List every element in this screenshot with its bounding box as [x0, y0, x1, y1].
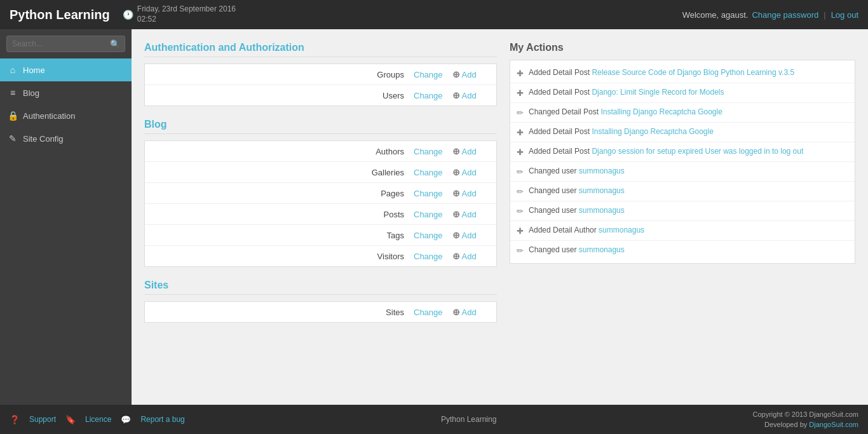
footer-right: Copyright © 2013 DjangoSuit.com Develope…: [753, 409, 858, 430]
actions-list: ✚ Added Detail Post Release Source Code …: [510, 60, 855, 264]
model-name-pages: Pages: [151, 189, 414, 198]
action-link[interactable]: Release Source Code of Django Blog Pytho…: [592, 68, 794, 77]
log-out-link[interactable]: Log out: [831, 10, 858, 20]
sidebar-item-home-label: Home: [23, 65, 45, 75]
sites-add-link[interactable]: Add: [462, 308, 477, 317]
visitors-add-link[interactable]: Add: [462, 252, 477, 261]
galleries-change-link[interactable]: Change: [414, 168, 443, 177]
my-actions-title: My Actions: [510, 42, 855, 53]
bug-link[interactable]: Report a bug: [140, 415, 184, 424]
datetime-display: Friday, 23rd September 2016 02:52: [137, 4, 236, 24]
site-title[interactable]: Python Learning: [10, 8, 110, 22]
action-link[interactable]: summonagus: [579, 166, 625, 175]
groups-add-link-wrapper: ⊕ Add: [452, 69, 477, 79]
list-item: ✏ Changed user summonagus: [510, 201, 855, 221]
change-password-link[interactable]: Change password: [752, 10, 818, 20]
sidebar-item-auth-label: Authentication: [23, 111, 75, 121]
pages-change-link[interactable]: Change: [414, 189, 443, 198]
users-add-link[interactable]: Add: [462, 91, 477, 100]
model-name-galleries: Galleries: [151, 168, 414, 177]
clock-icon: 🕐: [123, 10, 133, 20]
table-row: Groups Change ⊕ Add: [145, 64, 496, 85]
tags-add-icon: ⊕: [452, 230, 460, 240]
action-text: Changed user summonagus: [529, 186, 625, 195]
groups-change-link[interactable]: Change: [414, 70, 443, 79]
users-add-link-wrapper: ⊕ Add: [452, 90, 477, 100]
support-link[interactable]: Support: [29, 415, 56, 424]
sites-add-icon: ⊕: [452, 307, 460, 317]
content: Authentication and Authorization Groups …: [132, 29, 868, 405]
action-link[interactable]: summonagus: [599, 226, 644, 234]
tags-add-link[interactable]: Add: [462, 231, 477, 240]
table-row: Posts Change ⊕Add: [145, 204, 496, 225]
pencil-icon: ✏: [517, 167, 524, 177]
add-icon: ✚: [517, 147, 524, 157]
action-text: Added Detail Post Django session for set…: [529, 147, 803, 156]
list-item: ✚ Added Detail Post Release Source Code …: [510, 64, 855, 83]
add-icon: ✚: [517, 128, 524, 137]
list-item: ✚ Added Detail Post Django session for s…: [510, 142, 855, 162]
blog-icon: ≡: [8, 88, 18, 98]
footer-links: ❓ Support 🔖 Licence 💬 Report a bug: [10, 415, 185, 424]
header-datetime: 🕐 Friday, 23rd September 2016 02:52: [123, 4, 682, 24]
action-text: Changed user summonagus: [529, 206, 625, 215]
sidebar-item-authentication[interactable]: 🔒 Authentication: [0, 104, 132, 127]
bug-icon: 💬: [121, 415, 131, 424]
right-panel: My Actions ✚ Added Detail Post Release S…: [510, 42, 855, 336]
action-text: Added Detail Post Django: Limit Single R…: [529, 88, 724, 97]
licence-link[interactable]: Licence: [85, 415, 111, 424]
sidebar-item-blog[interactable]: ≡ Blog: [0, 81, 132, 104]
copyright-line1: Copyright © 2013 DjangoSuit.com: [753, 409, 858, 420]
pencil-icon: ✏: [517, 108, 524, 118]
sites-change-link[interactable]: Change: [414, 308, 443, 317]
action-link[interactable]: summonagus: [579, 206, 625, 215]
list-item: ✚ Added Detail Post Django: Limit Single…: [510, 83, 855, 103]
sidebar-item-home[interactable]: ⌂ Home: [0, 58, 132, 81]
groups-add-icon: ⊕: [452, 69, 460, 79]
user-tools: Welcome, agaust. Change password | Log o…: [682, 10, 858, 20]
main-container: 🔍 ⌂ Home ≡ Blog 🔒 Authentication ✎ Site …: [0, 29, 868, 405]
search-wrapper: 🔍: [6, 36, 125, 52]
posts-add-link[interactable]: Add: [462, 210, 477, 219]
tags-change-link[interactable]: Change: [414, 231, 443, 240]
action-link[interactable]: summonagus: [579, 245, 625, 254]
sidebar-item-blog-label: Blog: [23, 88, 39, 98]
pencil-icon: ✏: [517, 187, 524, 196]
nav-section: ⌂ Home ≡ Blog 🔒 Authentication ✎ Site Co…: [0, 58, 132, 150]
add-icon: ✚: [517, 88, 524, 98]
pencil-icon: ✏: [517, 246, 524, 255]
visitors-change-link[interactable]: Change: [414, 252, 443, 261]
config-icon: ✎: [8, 133, 18, 144]
sidebar-item-site-config[interactable]: ✎ Site Config: [0, 127, 132, 150]
action-link[interactable]: Django session for setup expired User wa…: [592, 147, 803, 156]
search-input[interactable]: [6, 36, 125, 52]
users-change-link[interactable]: Change: [414, 91, 443, 100]
authors-add-link[interactable]: Add: [462, 147, 477, 156]
auth-section: Authentication and Authorization Groups …: [144, 42, 497, 106]
posts-change-link[interactable]: Change: [414, 210, 443, 219]
table-row: Galleries Change ⊕Add: [145, 162, 496, 183]
authors-change-link[interactable]: Change: [414, 147, 443, 156]
action-link[interactable]: Django: Limit Single Record for Models: [592, 88, 724, 97]
welcome-text: Welcome, agaust.: [682, 10, 749, 20]
action-type: Changed Detail Post: [529, 107, 600, 116]
action-text: Changed user summonagus: [529, 166, 625, 175]
action-link[interactable]: Installing Django Recaptcha Google: [592, 127, 713, 136]
model-name-posts: Posts: [151, 210, 414, 219]
footer-center: Python Learning: [441, 415, 496, 424]
model-actions-authors: Change ⊕Add: [414, 146, 490, 156]
action-type: Changed user: [529, 206, 579, 215]
djangosuit-link[interactable]: DjangoSuit.com: [809, 421, 858, 428]
pencil-icon: ✏: [517, 207, 524, 216]
model-name-users: Users: [151, 91, 414, 100]
pages-add-link[interactable]: Add: [462, 189, 477, 198]
galleries-add-link[interactable]: Add: [462, 168, 477, 177]
action-text: Added Detail Post Release Source Code of…: [529, 68, 794, 77]
action-type: Changed user: [529, 166, 579, 175]
action-link[interactable]: summonagus: [579, 186, 625, 195]
list-item: ✚ Added Detail Author summonagus: [510, 221, 855, 241]
action-link[interactable]: Installing Django Recaptcha Google: [600, 107, 722, 116]
users-add-icon: ⊕: [452, 90, 460, 100]
sidebar: 🔍 ⌂ Home ≡ Blog 🔒 Authentication ✎ Site …: [0, 29, 132, 405]
groups-add-link[interactable]: Add: [462, 70, 477, 79]
